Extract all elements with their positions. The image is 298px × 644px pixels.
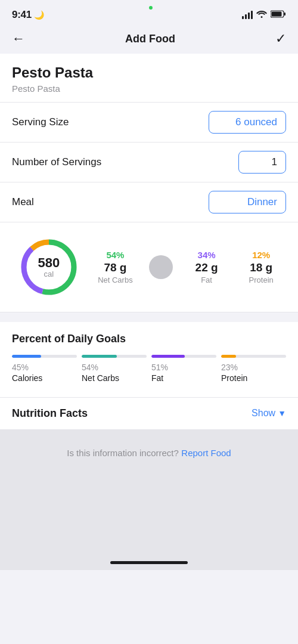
form-section: Serving Size 6 ounced Number of Servings… [0, 103, 298, 222]
protein-grams: 18 g [240, 261, 282, 274]
nav-bar: ← Add Food ✓ [0, 26, 298, 54]
fat-goal-pct: 51% [151, 363, 168, 372]
number-of-servings-input[interactable]: 1 [238, 151, 286, 174]
battery-icon [271, 10, 286, 20]
netcarbs-grams: 78 g [94, 261, 136, 274]
macro-divider [149, 255, 173, 279]
meal-selector[interactable]: Dinner [209, 191, 286, 213]
goal-netcarbs: 54% Net Carbs [82, 355, 147, 383]
number-of-servings-row: Number of Servings 1 [0, 143, 298, 182]
signal-icon [242, 11, 253, 19]
section-divider [0, 312, 298, 317]
meal-label: Meal [12, 196, 34, 208]
food-name: Pesto Pasta [12, 64, 286, 82]
protein-name: Protein [240, 275, 282, 284]
goals-bars-row: 45% Calories 54% Net Carbs 51% Fat 23% P… [12, 355, 286, 383]
goal-fat: 51% Fat [151, 355, 216, 383]
netcarbs-pct: 54% [94, 250, 136, 260]
protein-bar-track [221, 355, 286, 358]
home-indicator [0, 549, 298, 570]
nutrition-facts-section: Nutrition Facts Show ▼ [0, 398, 298, 430]
macro-protein: 12% 18 g Protein [240, 250, 282, 284]
calories-label: cal [38, 270, 60, 278]
wifi-icon [256, 10, 267, 20]
number-of-servings-label: Number of Servings [12, 156, 101, 168]
netcarbs-goal-pct: 54% [82, 363, 98, 372]
food-title-section: Pesto Pasta Pesto Pasta [0, 54, 298, 103]
status-icons [242, 10, 287, 20]
calories-goal-pct: 45% [12, 363, 29, 372]
daily-goals-title: Percent of Daily Goals [12, 333, 286, 345]
status-bar: 9:41 🌙 [0, 0, 298, 26]
netcarbs-goal-name: Net Carbs [82, 373, 119, 383]
calories-bar-track [12, 355, 77, 358]
protein-goal-name: Protein [221, 373, 247, 383]
serving-size-value[interactable]: 6 ounced [209, 111, 286, 134]
notification-dot [149, 6, 153, 10]
calories-bar-fill [12, 355, 41, 358]
fat-pct: 34% [186, 250, 228, 260]
footer-section: Is this information incorrect? Report Fo… [0, 430, 298, 549]
netcarbs-bar-track [82, 355, 147, 358]
calories-value: 580 [38, 256, 60, 270]
calories-goal-name: Calories [12, 373, 42, 383]
fat-name: Fat [186, 275, 228, 284]
macro-fat: 34% 22 g Fat [186, 250, 228, 284]
show-label: Show [252, 408, 275, 419]
donut-center: 580 cal [38, 256, 60, 278]
fat-grams: 22 g [186, 261, 228, 274]
home-bar [110, 561, 188, 564]
meal-row: Meal Dinner [0, 182, 298, 222]
serving-size-row: Serving Size 6 ounced [0, 103, 298, 143]
page-title: Add Food [125, 33, 175, 45]
svg-rect-2 [284, 13, 286, 16]
moon-icon: 🌙 [34, 10, 44, 20]
show-chevron-icon: ▼ [278, 408, 286, 418]
protein-bar-fill [221, 355, 236, 358]
food-subtitle: Pesto Pasta [12, 83, 286, 94]
footer-question: Is this information incorrect? [67, 448, 179, 458]
fat-bar-track [151, 355, 216, 358]
protein-goal-pct: 23% [221, 363, 238, 372]
fat-bar-fill [151, 355, 185, 358]
svg-rect-1 [272, 12, 282, 17]
goal-calories: 45% Calories [12, 355, 77, 383]
fat-goal-name: Fat [151, 373, 163, 383]
show-nutrition-button[interactable]: Show ▼ [252, 408, 286, 419]
netcarbs-name: Net Carbs [94, 275, 136, 284]
netcarbs-bar-fill [82, 355, 117, 358]
daily-goals-section: Percent of Daily Goals 45% Calories 54% … [0, 322, 298, 398]
calorie-donut: 580 cal [16, 234, 82, 300]
serving-size-label: Serving Size [12, 116, 69, 128]
protein-pct: 12% [240, 250, 282, 260]
goal-protein: 23% Protein [221, 355, 286, 383]
nutrition-summary: 580 cal 54% 78 g Net Carbs 34% 22 g Fat … [0, 222, 298, 312]
report-food-link[interactable]: Report Food [181, 448, 231, 458]
confirm-button[interactable]: ✓ [275, 31, 286, 47]
back-button[interactable]: ← [12, 31, 25, 47]
status-time: 9:41 [12, 9, 32, 21]
nutrition-facts-title: Nutrition Facts [12, 407, 88, 420]
macro-netcarbs: 54% 78 g Net Carbs [94, 250, 136, 284]
